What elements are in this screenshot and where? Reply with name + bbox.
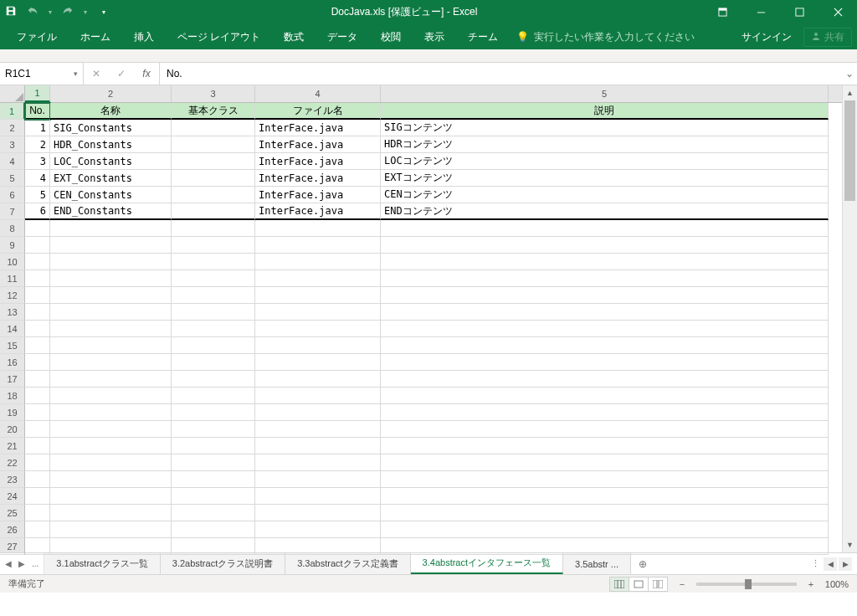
cell[interactable] — [381, 254, 829, 270]
row-header[interactable]: 11 — [0, 270, 25, 287]
cell[interactable] — [25, 521, 50, 538]
cell[interactable] — [381, 371, 829, 388]
select-all-corner[interactable] — [0, 85, 25, 103]
cell[interactable]: 4 — [25, 170, 50, 187]
cell[interactable] — [25, 354, 50, 371]
enter-formula-button[interactable]: ✓ — [109, 68, 134, 80]
cell[interactable] — [50, 471, 172, 488]
sheet-tab[interactable]: 3.4abstractインタフェース一覧 — [411, 553, 563, 574]
cell[interactable] — [381, 337, 829, 354]
cell[interactable] — [50, 505, 172, 521]
close-button[interactable] — [819, 0, 857, 24]
cell[interactable] — [50, 521, 172, 538]
cell[interactable] — [50, 237, 172, 254]
scrollbar-thumb[interactable] — [844, 100, 855, 201]
undo-icon[interactable] — [27, 5, 38, 19]
cell[interactable] — [50, 438, 172, 454]
cell[interactable] — [25, 371, 50, 388]
cell[interactable]: HDR_Constants — [50, 136, 172, 153]
save-icon[interactable] — [5, 5, 17, 19]
maximize-button[interactable] — [780, 0, 819, 24]
cell[interactable] — [172, 471, 255, 488]
cell[interactable] — [25, 237, 50, 254]
cell[interactable] — [172, 254, 255, 270]
cell[interactable] — [381, 354, 829, 371]
cell[interactable] — [255, 304, 381, 321]
cell[interactable]: CENコンテンツ — [381, 187, 829, 203]
cell[interactable] — [25, 388, 50, 404]
row-header[interactable]: 17 — [0, 371, 25, 388]
cells-area[interactable]: No.名称基本クラスファイル名説明1SIG_ConstantsInterFace… — [25, 103, 842, 552]
cell[interactable] — [172, 304, 255, 321]
cell[interactable]: 6 — [25, 203, 50, 220]
cell[interactable]: InterFace.java — [255, 136, 381, 153]
cell[interactable] — [25, 438, 50, 454]
tell-me-search[interactable]: 💡 実行したい作業を入力してください — [516, 30, 695, 44]
tab-insert[interactable]: 挿入 — [122, 24, 166, 49]
cell[interactable] — [381, 287, 829, 304]
cell[interactable]: InterFace.java — [255, 203, 381, 220]
insert-function-button[interactable]: fx — [134, 68, 159, 80]
cell[interactable]: 3 — [25, 153, 50, 170]
cancel-formula-button[interactable]: ✕ — [84, 68, 109, 80]
cell[interactable] — [255, 287, 381, 304]
cell[interactable] — [50, 454, 172, 471]
tab-team[interactable]: チーム — [456, 24, 510, 49]
cell[interactable] — [25, 404, 50, 421]
cell[interactable] — [255, 270, 381, 287]
cell[interactable] — [381, 505, 829, 521]
cell[interactable]: 基本クラス — [172, 103, 255, 120]
cell[interactable] — [172, 170, 255, 187]
cell[interactable] — [25, 254, 50, 270]
row-header[interactable]: 18 — [0, 388, 25, 404]
row-header[interactable]: 12 — [0, 287, 25, 304]
row-header[interactable]: 4 — [0, 153, 25, 170]
cell[interactable] — [381, 270, 829, 287]
cell[interactable] — [50, 321, 172, 337]
cell[interactable] — [172, 371, 255, 388]
cell[interactable] — [25, 538, 50, 555]
scroll-down-icon[interactable]: ▼ — [843, 537, 857, 552]
ribbon-display-options-icon[interactable] — [703, 0, 742, 24]
cell[interactable] — [172, 136, 255, 153]
column-header[interactable]: 3 — [172, 85, 255, 102]
row-header[interactable]: 2 — [0, 120, 25, 136]
cell[interactable]: 2 — [25, 136, 50, 153]
sheet-nav-ellipsis[interactable]: ... — [32, 559, 38, 568]
cell[interactable] — [172, 187, 255, 203]
cell[interactable] — [172, 438, 255, 454]
row-header[interactable]: 22 — [0, 454, 25, 471]
row-header[interactable]: 25 — [0, 505, 25, 521]
cell[interactable] — [172, 337, 255, 354]
view-page-layout-button[interactable] — [629, 577, 649, 592]
cell[interactable] — [255, 505, 381, 521]
cell[interactable] — [255, 254, 381, 270]
cell[interactable]: InterFace.java — [255, 120, 381, 136]
cell[interactable] — [255, 337, 381, 354]
cell[interactable]: 説明 — [381, 103, 829, 120]
row-header[interactable]: 8 — [0, 220, 25, 237]
redo-dropdown-icon[interactable]: ▾ — [84, 8, 87, 16]
cell[interactable]: 名称 — [50, 103, 172, 120]
cell[interactable] — [172, 421, 255, 438]
cell[interactable] — [255, 471, 381, 488]
worksheet-grid[interactable]: 12345 1234567891011121314151617181920212… — [0, 85, 857, 552]
formula-input[interactable] — [167, 68, 835, 80]
tab-file[interactable]: ファイル — [5, 24, 69, 49]
row-header[interactable]: 23 — [0, 471, 25, 488]
cell[interactable]: InterFace.java — [255, 153, 381, 170]
cell[interactable] — [172, 120, 255, 136]
cell[interactable] — [172, 287, 255, 304]
row-header[interactable]: 13 — [0, 304, 25, 321]
cell[interactable] — [172, 237, 255, 254]
cell[interactable] — [255, 321, 381, 337]
cell[interactable]: END_Constants — [50, 203, 172, 220]
row-header[interactable]: 6 — [0, 187, 25, 203]
new-sheet-button[interactable]: ⊕ — [631, 553, 654, 574]
cell[interactable]: SIG_Constants — [50, 120, 172, 136]
cell[interactable] — [50, 421, 172, 438]
cell[interactable]: CEN_Constants — [50, 187, 172, 203]
cell[interactable] — [25, 304, 50, 321]
cell[interactable] — [255, 354, 381, 371]
cell[interactable] — [255, 421, 381, 438]
